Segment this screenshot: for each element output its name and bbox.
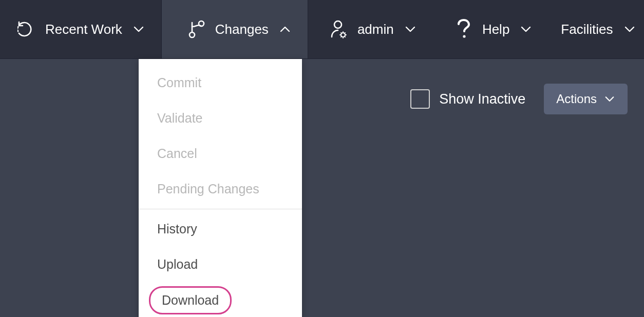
menu-divider — [139, 209, 302, 209]
svg-point-0 — [190, 32, 195, 37]
nav-recent-work[interactable]: Recent Work — [0, 0, 161, 58]
branch-icon — [186, 19, 207, 39]
nav-recent-work-label: Recent Work — [45, 22, 122, 37]
chevron-up-icon — [279, 23, 291, 35]
nav-help-label: Help — [482, 22, 509, 37]
actions-button[interactable]: Actions — [544, 84, 628, 114]
menu-cancel: Cancel — [139, 136, 302, 171]
menu-pending-changes: Pending Changes — [139, 171, 302, 207]
actions-label: Actions — [556, 92, 597, 106]
user-settings-icon — [329, 19, 349, 39]
show-inactive-checkbox[interactable]: Show Inactive — [410, 89, 525, 109]
toolbar: Show Inactive Actions — [410, 84, 628, 114]
svg-point-2 — [334, 21, 342, 28]
menu-history[interactable]: History — [139, 211, 302, 247]
nav-help[interactable]: Help — [434, 0, 548, 58]
nav-facilities-label: Facilities — [561, 22, 613, 37]
chevron-down-icon — [520, 23, 532, 35]
nav-changes[interactable]: Changes — [161, 0, 308, 58]
show-inactive-label: Show Inactive — [439, 91, 525, 107]
nav-changes-label: Changes — [215, 22, 269, 37]
checkbox-box[interactable] — [410, 89, 430, 109]
changes-dropdown: Commit Validate Cancel Pending Changes H… — [139, 59, 302, 317]
menu-commit: Commit — [139, 65, 302, 101]
recent-work-icon — [16, 19, 37, 39]
menu-download[interactable]: Download — [149, 286, 232, 314]
chevron-down-icon — [132, 23, 145, 35]
menu-upload[interactable]: Upload — [139, 247, 302, 282]
nav-admin-label: admin — [357, 22, 394, 37]
help-icon — [453, 19, 474, 39]
menu-validate: Validate — [139, 101, 302, 136]
top-navbar: Recent Work Changes — [0, 0, 644, 59]
chevron-down-icon — [404, 23, 416, 35]
chevron-down-icon — [623, 23, 636, 35]
svg-point-4 — [463, 35, 465, 37]
nav-admin[interactable]: admin — [308, 0, 434, 58]
nav-facilities[interactable]: Facilities — [548, 0, 644, 58]
content-area: Commit Validate Cancel Pending Changes H… — [0, 59, 644, 317]
chevron-down-icon — [604, 93, 615, 105]
